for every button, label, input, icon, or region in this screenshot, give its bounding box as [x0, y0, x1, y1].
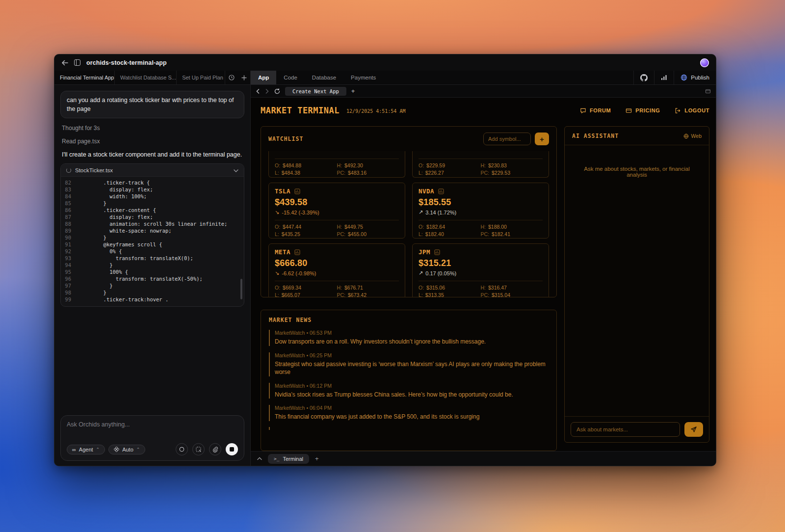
chat-tab[interactable]: Watchlist Database S...	[115, 71, 177, 84]
news-headline[interactable]: Strategist who said passive investing is…	[275, 360, 549, 376]
ai-input-row	[565, 416, 709, 442]
sidebar-toggle-icon[interactable]	[74, 59, 80, 66]
expand-terminal-icon[interactable]	[257, 457, 262, 460]
ohlc-grid: O:$484.88 H:$492.30 L:$484.38 PC:$483.16	[275, 162, 399, 176]
send-icon	[690, 426, 697, 433]
news-time: 06:12 PM	[310, 383, 332, 389]
stop-button[interactable]	[226, 443, 238, 455]
preview-tab[interactable]: Create Next App	[285, 87, 346, 96]
tool-call-label[interactable]: Read page.tsx	[60, 138, 244, 145]
forum-button[interactable]: FORUM	[580, 107, 611, 114]
news-source: MarketWatch • 06:53 PM	[275, 330, 549, 336]
history-clock-icon[interactable]	[225, 71, 238, 84]
prev-close-value: $182.41	[492, 231, 510, 237]
nav-back-icon[interactable]	[256, 89, 260, 94]
open-label: O:	[275, 285, 280, 291]
publish-button[interactable]: Publish	[674, 71, 716, 84]
stock-card[interactable]: META $666.80 ↘ -6.62 (-0.98%)	[268, 243, 405, 297]
open-value: $229.59	[426, 162, 445, 168]
ai-send-button[interactable]	[684, 422, 703, 437]
watchlist-panel: WATCHLIST +	[261, 126, 557, 297]
web-label: Web	[691, 133, 702, 139]
analytics-icon[interactable]	[654, 71, 674, 84]
agent-mode-button[interactable]: ∞ Agent ⌃	[67, 445, 105, 454]
model-select-button[interactable]: Auto ⌃	[108, 445, 145, 454]
news-item: MarketWatch • 06:53 PM Dow transports ar…	[269, 330, 549, 346]
app-tab[interactable]: Code	[276, 71, 305, 84]
news-headline[interactable]: This financial company was just added to…	[275, 413, 549, 421]
mini-chart-icon[interactable]	[434, 249, 440, 255]
news-source-name: MarketWatch	[275, 405, 305, 411]
stock-card-partial[interactable]: O:$229.59 H:$230.83 L:$226.27 PC:$229.53	[412, 151, 549, 178]
add-symbol-button[interactable]: +	[535, 133, 549, 145]
github-icon[interactable]	[633, 71, 654, 84]
dot-separator: •	[306, 405, 308, 411]
prev-close-label: PC:	[481, 292, 490, 297]
code-scrollbar-thumb[interactable]	[240, 279, 242, 299]
stock-change: ↗ 0.17 (0.05%)	[419, 270, 543, 276]
add-symbol-group: +	[483, 133, 549, 145]
back-icon[interactable]	[61, 60, 68, 66]
trend-arrow-icon: ↗	[419, 209, 423, 215]
open-label: O:	[419, 285, 424, 291]
stock-symbol: JPM	[419, 248, 430, 256]
app-tab[interactable]: App	[251, 71, 276, 84]
stock-card[interactable]: JPM $315.21 ↗ 0.17 (0.05%)	[412, 243, 549, 297]
refresh-icon[interactable]	[274, 88, 280, 94]
web-toggle[interactable]: Web	[683, 133, 702, 139]
code-line: 88 animation: scroll 30s linear infinite…	[61, 220, 244, 227]
news-headline[interactable]: Dow transports are on a roll. Why invest…	[275, 338, 549, 346]
chat-tab[interactable]: Set Up Paid Plan	[177, 71, 225, 84]
user-message: can you add a rotating stock ticker bar …	[60, 91, 244, 118]
attach-icon[interactable]	[209, 443, 221, 455]
stock-price: $666.80	[275, 258, 399, 268]
prev-close-label: PC:	[337, 170, 346, 176]
code-line: 83 display: flex;	[61, 186, 244, 193]
code-text: white-space: nowrap;	[78, 227, 172, 234]
nav-forward-icon[interactable]	[265, 89, 269, 94]
publish-label: Publish	[691, 75, 709, 80]
code-card-header[interactable]: StockTicker.tsx	[61, 164, 244, 177]
news-headline[interactable]: Nvidia’s stock rises as Trump blesses Ch…	[275, 391, 549, 399]
new-chat-tab-icon[interactable]	[238, 71, 250, 84]
chat-tab[interactable]: Financial Terminal App	[54, 71, 115, 84]
select-region-button[interactable]	[192, 443, 205, 455]
app-tab[interactable]: Payments	[343, 71, 383, 84]
composer-input[interactable]	[67, 421, 238, 443]
ai-input[interactable]	[571, 422, 680, 437]
app-tab[interactable]: Database	[305, 71, 343, 84]
context-circle-button[interactable]	[176, 443, 188, 455]
line-number: 98	[61, 289, 78, 296]
trend-arrow-icon: ↗	[419, 270, 423, 276]
chat-tab-label: Set Up Paid Plan	[182, 75, 223, 80]
logout-button[interactable]: LOGOUT	[675, 107, 709, 114]
pricing-button[interactable]: PRICING	[626, 107, 660, 114]
window-titlebar: orchids-stock-terminal-app	[54, 54, 716, 71]
low-value: $665.07	[282, 292, 300, 297]
chevron-down-icon[interactable]	[234, 167, 238, 174]
terminal-tab[interactable]: >_ Terminal	[268, 454, 309, 464]
mini-chart-icon[interactable]	[294, 188, 300, 194]
agent-mode-label: Agent	[79, 447, 93, 452]
new-terminal-icon[interactable]: +	[315, 455, 319, 462]
news-item-partial	[269, 427, 549, 430]
low-value: $484.38	[282, 170, 300, 176]
open-window-icon[interactable]	[705, 88, 711, 94]
stock-card-partial[interactable]: O:$484.88 H:$492.30 L:$484.38 PC:$483.16	[268, 151, 405, 178]
prev-close-label: PC:	[481, 170, 490, 176]
line-number: 96	[61, 275, 78, 282]
stock-card[interactable]: NVDA $185.55 ↗ 3.14 (1.72%)	[412, 183, 549, 239]
code-line: 99 .ticker-track:hover .	[61, 296, 244, 303]
stock-symbol: META	[275, 248, 290, 256]
mini-chart-icon[interactable]	[294, 249, 300, 255]
open-value: $182.64	[426, 224, 445, 230]
avatar[interactable]	[700, 58, 709, 67]
thought-summary[interactable]: Thought for 3s	[60, 125, 244, 132]
mini-chart-icon[interactable]	[438, 188, 444, 194]
stock-card[interactable]: TSLA $439.58 ↘ -15.42 (-3.39%)	[268, 183, 405, 239]
watchlist-cards: O:$484.88 H:$492.30 L:$484.38 PC:$483.16	[268, 151, 549, 297]
new-preview-tab-icon[interactable]: +	[351, 87, 355, 95]
code-line: 93 transform: translateX(0);	[61, 255, 244, 262]
low-label: L:	[275, 292, 279, 297]
add-symbol-input[interactable]	[483, 133, 531, 145]
